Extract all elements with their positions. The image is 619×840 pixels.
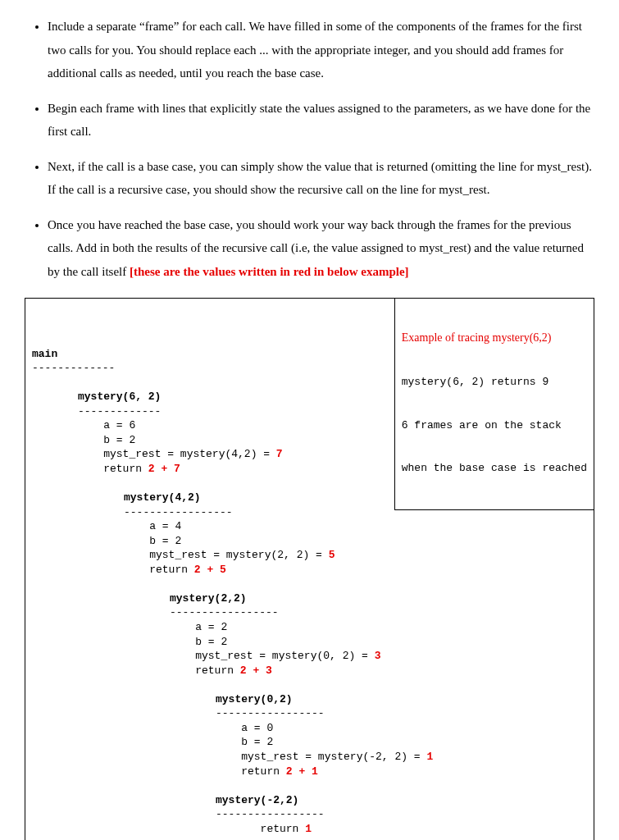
instruction-highlight: [these are the values written in red in …	[130, 265, 409, 278]
frame-a: a = 6	[103, 419, 135, 431]
frame-4: mystery(0,2) ----------------- a = 0 b =…	[216, 692, 587, 778]
frame-dash: -----------------	[216, 707, 325, 719]
frame-rest-pre: myst_rest = mystery(4,2) =	[103, 448, 276, 460]
frame-ret-pre: return	[103, 463, 148, 475]
frame-ret-val: 2 + 1	[286, 765, 318, 778]
frame-dash: -------------	[32, 362, 115, 374]
instruction-item: Include a separate “frame” for each call…	[48, 15, 594, 85]
frame-3: mystery(2,2) ----------------- a = 2 b =…	[170, 591, 587, 678]
frame-dash: -----------------	[124, 506, 233, 518]
frame-ret-pre: return	[241, 765, 286, 778]
frame-rest-val: 7	[276, 448, 283, 460]
frame-b: b = 2	[195, 636, 227, 648]
example-title: Example of tracing mystery(6,2)	[402, 331, 587, 346]
frame-b: b = 2	[103, 434, 135, 446]
frame-ret-val: 1	[305, 823, 312, 835]
frame-rest-val: 3	[375, 650, 381, 662]
frame-call: mystery(-2,2)	[216, 794, 298, 806]
frame-call: mystery(4,2)	[124, 491, 201, 504]
frame-main: main	[32, 348, 57, 360]
frame-ret-pre: return	[195, 664, 240, 677]
frame-rest-pre: myst_rest = mystery(0, 2) =	[195, 650, 374, 662]
frame-rest-pre: myst_rest = mystery(2, 2) =	[149, 549, 328, 561]
example-line: when the base case is reached	[402, 461, 587, 476]
frame-dash: -------------	[78, 405, 161, 418]
frame-dash: -----------------	[216, 808, 325, 820]
example-line: mystery(6, 2) returns 9	[402, 375, 587, 390]
example-box: Example of tracing mystery(6,2) mystery(…	[394, 298, 594, 510]
instruction-item: Begin each frame with lines that explici…	[48, 97, 594, 144]
frame-call: mystery(0,2)	[216, 693, 293, 705]
frame-rest-val: 5	[329, 549, 335, 561]
frame-rest-pre: myst_rest = mystery(-2, 2) =	[241, 751, 426, 763]
frame-a: a = 2	[195, 621, 227, 633]
frame-ret-pre: return	[149, 564, 194, 576]
instruction-text: Begin each frame with lines that explici…	[48, 102, 590, 139]
frame-ret-val: 2 + 5	[194, 564, 226, 576]
frame-a: a = 4	[149, 520, 181, 532]
example-line: 6 frames are on the stack	[402, 418, 587, 433]
frame-ret-val: 2 + 3	[240, 664, 272, 677]
frame-5: mystery(-2,2) ----------------- return 1	[216, 793, 587, 837]
instruction-text: Include a separate “frame” for each call…	[48, 20, 582, 80]
instruction-item: Once you have reached the base case, you…	[48, 213, 594, 284]
frame-rest-val: 1	[426, 751, 433, 763]
frame-b: b = 2	[149, 535, 181, 547]
frame-b: b = 2	[241, 736, 273, 748]
frame-dash: -----------------	[170, 606, 279, 619]
instruction-text: Next, if the call is a base case, you ca…	[48, 160, 592, 197]
frame-ret-pre: return	[261, 823, 306, 835]
instruction-item: Next, if the call is a base case, you ca…	[48, 155, 594, 202]
frame-call: mystery(2,2)	[170, 592, 247, 605]
frame-call: mystery(6, 2)	[78, 390, 161, 403]
frame-a: a = 0	[241, 722, 273, 734]
frame-ret-val: 2 + 7	[148, 463, 180, 475]
trace-box: Example of tracing mystery(6,2) mystery(…	[25, 298, 594, 840]
instruction-list: Include a separate “frame” for each call…	[25, 15, 594, 283]
